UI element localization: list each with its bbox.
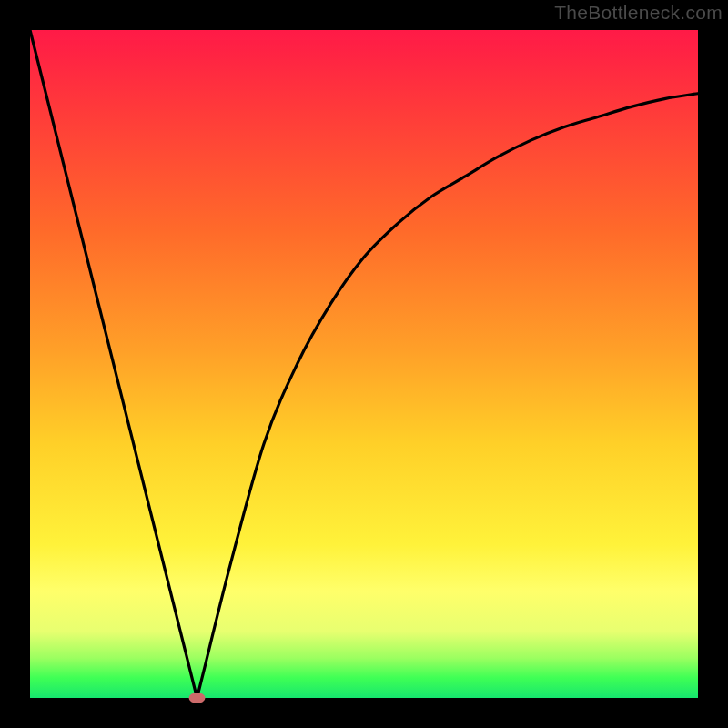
minimum-marker xyxy=(189,693,206,703)
plot-area xyxy=(30,30,698,698)
bottleneck-curve xyxy=(30,30,698,698)
chart-frame: TheBottleneck.com xyxy=(0,0,728,728)
watermark-text: TheBottleneck.com xyxy=(554,2,723,24)
